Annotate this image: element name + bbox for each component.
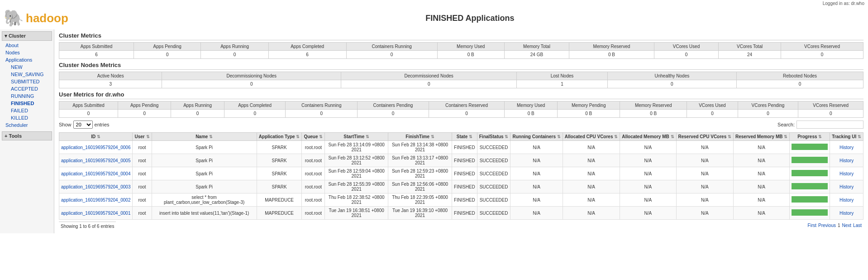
progress-bar (792, 196, 828, 203)
column-header[interactable]: Reserved Memory MB ⇅ (734, 133, 790, 141)
table-row: application_1601969579204_0006rootSpark … (59, 141, 863, 154)
sidebar-item-nodes[interactable]: Nodes (2, 49, 52, 56)
hadoop-elephant-icon: 🐘 (4, 9, 24, 28)
sidebar-item-submitted[interactable]: SUBMITTED (7, 78, 52, 85)
sidebar-item-new-saving[interactable]: NEW_SAVING (7, 71, 52, 78)
progress-bar (792, 209, 828, 216)
current-page: 1 (838, 223, 840, 228)
progress-bar (792, 144, 828, 150)
progress-bar-container (792, 157, 828, 163)
column-header[interactable]: Running Containers ⇅ (510, 133, 563, 141)
column-header[interactable]: Progress ⇅ (790, 133, 830, 141)
hadoop-logo-text: hadoop (26, 11, 68, 25)
app-id-link[interactable]: application_1601969579204_0002 (61, 198, 130, 203)
table-row: application_1601969579204_0004rootSpark … (59, 167, 863, 180)
column-header[interactable]: Application Type ⇅ (257, 133, 302, 141)
cluster-metrics-table: Apps SubmittedApps PendingApps RunningAp… (59, 42, 863, 59)
logo-area: 🐘 hadoop (0, 7, 72, 29)
table-row: application_1601969579204_0001rootinsert… (59, 207, 863, 220)
tracking-history-link[interactable]: History (839, 211, 854, 216)
table-row: application_1601969579204_0005rootSpark … (59, 154, 863, 167)
last-page[interactable]: Last (853, 223, 862, 228)
sidebar-item-running[interactable]: RUNNING (7, 92, 52, 100)
progress-bar-container (792, 170, 828, 176)
user-metrics-title: User Metrics for dr.who (59, 91, 863, 99)
column-header[interactable]: Name ⇅ (152, 133, 257, 141)
sidebar-item-finished[interactable]: FINISHED (7, 100, 52, 107)
column-header[interactable]: ID ⇅ (59, 133, 133, 141)
progress-bar-container (792, 209, 828, 216)
previous-page[interactable]: Previous (818, 223, 836, 228)
app-id-link[interactable]: application_1601969579204_0001 (61, 211, 130, 216)
entries-label: entries (95, 122, 110, 127)
applications-table: ID ⇅User ⇅Name ⇅Application Type ⇅Queue … (59, 132, 863, 220)
progress-bar-container (792, 144, 828, 150)
app-id-link[interactable]: application_1601969579204_0006 (61, 145, 130, 150)
column-header[interactable]: User ⇅ (133, 133, 152, 141)
show-label: Show (59, 122, 72, 127)
tracking-history-link[interactable]: History (839, 184, 854, 189)
sidebar-item-failed[interactable]: FAILED (7, 107, 52, 114)
show-entries-select[interactable]: 20 50 100 (73, 121, 93, 129)
tracking-history-link[interactable]: History (839, 171, 854, 176)
cluster-section[interactable]: ▾ Cluster (2, 31, 52, 41)
sidebar-item-accepted[interactable]: ACCEPTED (7, 85, 52, 92)
cluster-metrics-title: Cluster Metrics (59, 32, 863, 40)
column-header[interactable]: Queue ⇅ (302, 133, 325, 141)
column-header[interactable]: Allocated Memory MB ⇅ (620, 133, 676, 141)
app-id-link[interactable]: application_1601969579204_0005 (61, 158, 130, 163)
next-page[interactable]: Next (842, 223, 852, 228)
column-header[interactable]: Tracking UI ⇅ (830, 133, 863, 141)
column-header[interactable]: Allocated CPU VCores ⇅ (563, 133, 620, 141)
showing-entries: Showing 1 to 6 of 6 entries (59, 222, 116, 231)
table-row: application_1601969579204_0002rootselect… (59, 193, 863, 207)
column-header[interactable]: StartTime ⇅ (325, 133, 388, 141)
progress-bar (792, 157, 828, 163)
sidebar-item-scheduler[interactable]: Scheduler (2, 121, 52, 129)
column-header[interactable]: State ⇅ (452, 133, 477, 141)
tracking-history-link[interactable]: History (839, 145, 854, 150)
logged-in-label: Logged in as: dr.who (823, 1, 864, 6)
cluster-nodes-metrics-title: Cluster Nodes Metrics (59, 62, 863, 70)
user-metrics-table: Apps SubmittedApps PendingApps RunningAp… (59, 101, 863, 118)
sidebar-item-about[interactable]: About (2, 42, 52, 49)
tools-section[interactable]: + Tools (2, 131, 52, 140)
progress-bar-container (792, 196, 828, 203)
tracking-history-link[interactable]: History (839, 158, 854, 163)
tracking-history-link[interactable]: History (839, 198, 854, 203)
cluster-nodes-table: Active NodesDecommissioning NodesDecommi… (59, 72, 863, 88)
column-header[interactable]: FinishTime ⇅ (388, 133, 452, 141)
progress-bar (792, 183, 828, 189)
column-header[interactable]: Reserved CPU VCores ⇅ (676, 133, 734, 141)
progress-bar (792, 170, 828, 176)
sidebar-item-killed[interactable]: KILLED (7, 114, 52, 121)
sidebar-item-new[interactable]: NEW (7, 63, 52, 71)
search-label: Search: (777, 122, 795, 127)
table-row: application_1601969579204_0003rootSpark … (59, 180, 863, 193)
search-input[interactable] (796, 121, 863, 129)
app-id-link[interactable]: application_1601969579204_0004 (61, 171, 130, 176)
page-title: FINISHED Applications (72, 10, 868, 27)
first-page[interactable]: First (808, 223, 816, 228)
sidebar-item-applications[interactable]: Applications (2, 56, 52, 63)
app-id-link[interactable]: application_1601969579204_0003 (61, 184, 130, 189)
column-header[interactable]: FinalStatus ⇅ (477, 133, 510, 141)
progress-bar-container (792, 183, 828, 189)
